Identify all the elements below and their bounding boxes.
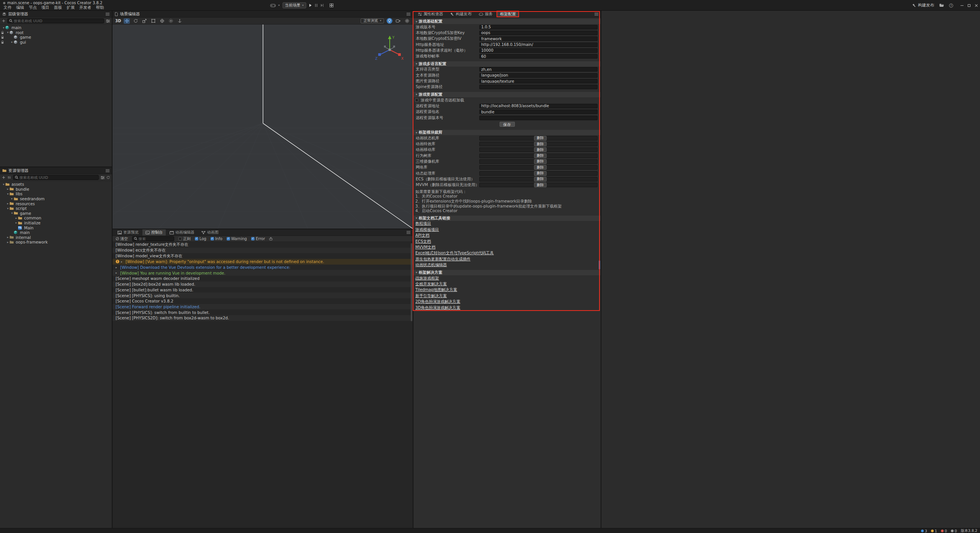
doc-link[interactable]: 2D角色扮演游戏解决方案 <box>415 299 460 304</box>
menu-item-6[interactable]: 开发者 <box>77 5 94 10</box>
delete-button[interactable]: 删除 <box>534 171 547 176</box>
menu-item-1[interactable]: 编辑 <box>14 5 26 10</box>
move-tool[interactable] <box>124 18 130 24</box>
tasks-counter[interactable]: 0 <box>951 529 957 533</box>
doc-link[interactable]: API文档 <box>415 233 430 238</box>
close-button[interactable] <box>973 0 980 11</box>
filter-icon[interactable] <box>106 20 110 23</box>
doc-link[interactable]: Excel格式转Json文件与TypeScript代码工具 <box>415 250 494 256</box>
console-tab-2[interactable]: 动画编辑器 <box>167 229 198 235</box>
hierarchy-searchbox[interactable] <box>7 18 104 23</box>
doc-link[interactable]: ECS文档 <box>415 239 431 244</box>
device-preview-icon[interactable] <box>270 4 276 7</box>
property-input[interactable] <box>479 73 598 78</box>
property-input[interactable] <box>479 110 598 114</box>
tree-row[interactable]: ▾assets <box>0 182 112 187</box>
tree-row[interactable]: ▾script <box>0 206 112 211</box>
log-row[interactable]: [Window] render_texture文件夹不存在 <box>113 242 413 248</box>
scene-settings-icon[interactable] <box>404 18 410 24</box>
doc-link[interactable]: Tiledmap地图解决方案 <box>415 287 457 293</box>
info-counter[interactable]: 3 <box>921 529 927 533</box>
chevron-right-icon[interactable]: ▸ <box>6 241 10 244</box>
warning-counter[interactable]: 1 <box>931 529 937 533</box>
menu-item-3[interactable]: 项目 <box>39 5 52 10</box>
scrollbar-thumb[interactable] <box>411 243 412 321</box>
property-input[interactable] <box>479 104 598 108</box>
doc-link[interactable]: 全栈开发解决方案 <box>415 281 447 287</box>
error-counter[interactable]: 0 <box>941 529 947 533</box>
coordinate-toggle[interactable] <box>176 18 183 24</box>
console-searchbox[interactable] <box>132 236 174 241</box>
doc-link[interactable]: MVVM文档 <box>415 245 435 250</box>
log-filter-3[interactable]: ✓Warning <box>227 237 247 241</box>
doc-link[interactable]: 教程项目 <box>415 221 431 226</box>
open-project-folder-icon[interactable] <box>939 3 944 7</box>
section-header[interactable]: ▾游戏基础配置 <box>413 19 601 24</box>
clear-console-button[interactable]: 清空 <box>116 236 128 242</box>
checkbox[interactable]: ✓ <box>251 237 255 240</box>
delete-button[interactable]: 删除 <box>534 147 547 152</box>
scene-viewport[interactable]: Y X Z <box>113 25 413 229</box>
chevron-down-icon[interactable]: ▾ <box>6 207 10 210</box>
log-row[interactable]: [Scene] [PHYSICS]: switch from builtin t… <box>113 309 413 315</box>
chevron-right-icon[interactable]: ▸ <box>6 202 10 205</box>
panel-menu-icon[interactable] <box>595 13 598 16</box>
scene-selector[interactable]: 当前场景 ▾ <box>283 2 307 8</box>
log-row[interactable]: [Window] model_view文件夹不存在 <box>113 253 413 259</box>
play-button[interactable] <box>309 3 312 7</box>
log-row[interactable]: ▸[Window] You are running Vue in develop… <box>113 270 413 276</box>
chevron-right-icon[interactable]: ▸ <box>10 197 14 200</box>
console-tab-3[interactable]: 动画图 <box>198 229 222 235</box>
export-log-icon[interactable] <box>269 237 273 240</box>
log-row[interactable]: [Scene] [box2d]:box2d wasm lib loaded. <box>113 281 413 287</box>
add-node-icon[interactable] <box>2 19 5 23</box>
doc-link[interactable]: 原生包热更新配置自动生成插件 <box>415 257 470 262</box>
chevron-right-icon[interactable]: ▸ <box>116 271 119 275</box>
tree-row[interactable]: ▾libs <box>0 191 112 196</box>
pivot-toggle[interactable] <box>168 18 174 24</box>
delete-button[interactable]: 删除 <box>534 183 547 187</box>
tree-row[interactable]: main <box>0 230 112 235</box>
doc-link[interactable]: 新手引导解决方案 <box>415 293 447 299</box>
checkbox[interactable]: ✓ <box>227 237 230 240</box>
menu-item-5[interactable]: 扩展 <box>64 5 77 10</box>
property-input[interactable] <box>479 116 598 120</box>
scale-tool[interactable] <box>141 18 147 24</box>
tree-row[interactable]: ▾game <box>0 211 112 216</box>
checkbox[interactable] <box>178 237 182 240</box>
tree-row[interactable]: ▸bundle <box>0 187 112 192</box>
inspector-tab-3[interactable]: 框架配置 <box>497 11 519 17</box>
tree-row[interactable]: ▾main <box>0 25 112 30</box>
log-row[interactable]: [Scene] [PHYSICS2D]: switch from box2d-w… <box>113 315 413 321</box>
sort-icon[interactable] <box>7 176 11 179</box>
log-row[interactable]: ▸[Window] Download the Vue Devtools exte… <box>113 265 413 270</box>
doc-link[interactable]: 战旗游戏框架 <box>415 276 439 281</box>
filter-icon[interactable] <box>101 176 105 179</box>
property-input[interactable] <box>479 48 598 53</box>
doc-link[interactable]: 动画状态机编辑器 <box>415 262 447 268</box>
log-filter-4[interactable]: ✓Error <box>251 237 265 241</box>
delete-button[interactable]: 删除 <box>534 142 547 146</box>
minimize-button[interactable] <box>958 0 965 11</box>
help-icon[interactable]: ? <box>949 3 953 8</box>
doc-link[interactable]: 3D角色扮演游戏解决方案 <box>415 305 460 311</box>
build-button[interactable]: 构建发布 <box>912 3 934 8</box>
delete-button[interactable]: 删除 <box>534 136 547 141</box>
hierarchy-search-input[interactable] <box>14 19 102 23</box>
refresh-icon[interactable] <box>106 176 110 179</box>
gizmo-space-tool[interactable] <box>159 18 165 24</box>
log-row[interactable]: [Scene] [bullet]:bullet wasm lib loaded. <box>113 287 413 293</box>
tree-row[interactable]: ▸oops-framework <box>0 240 112 245</box>
chevron-down-icon[interactable]: ▾ <box>10 212 14 215</box>
checkbox[interactable]: ✓ <box>195 237 198 240</box>
property-input[interactable] <box>479 67 598 72</box>
log-row[interactable]: [Scene] meshopt wasm decoder initialized <box>113 276 413 281</box>
property-input[interactable] <box>479 36 598 41</box>
layout-grid-icon[interactable] <box>330 3 333 7</box>
property-input[interactable] <box>479 54 598 59</box>
panel-menu-icon[interactable] <box>407 13 410 16</box>
rect-tool[interactable] <box>150 18 156 24</box>
console-search-input[interactable] <box>139 237 172 241</box>
console-tab-1[interactable]: 控制台 <box>142 229 166 235</box>
property-input[interactable] <box>479 79 598 83</box>
